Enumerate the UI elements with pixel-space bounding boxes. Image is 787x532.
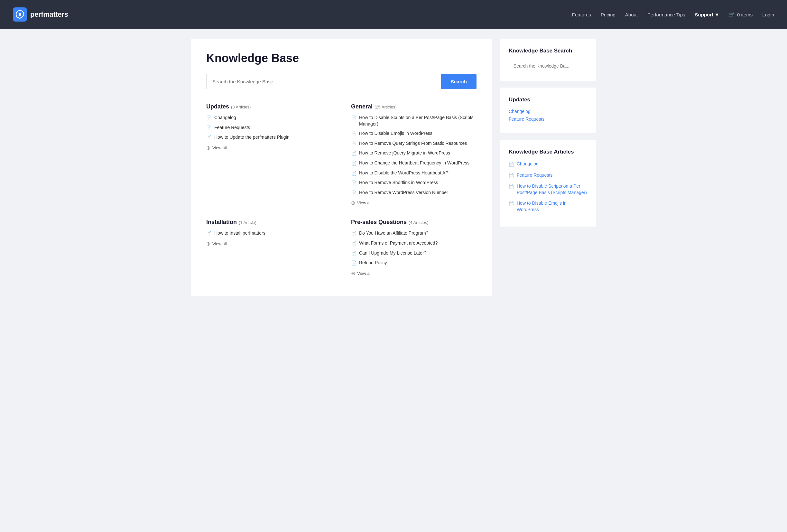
- svg-point-1: [19, 13, 21, 16]
- article-icon: 📄: [351, 141, 357, 147]
- sidebar-article-feature-requests[interactable]: Feature Requests: [517, 172, 552, 178]
- nav-login[interactable]: Login: [762, 12, 774, 17]
- article-icon: 📄: [206, 125, 212, 131]
- general-view-all[interactable]: ⊕ View all: [351, 200, 476, 206]
- category-installation: Installation(1 Article) 📄 How to Install…: [206, 219, 332, 276]
- chevron-down-icon: ▼: [715, 12, 719, 17]
- sidebar-link-feature-requests[interactable]: Feature Requests: [509, 116, 545, 122]
- list-item: 📄 Changelog: [206, 114, 332, 121]
- article-icon: 📄: [351, 230, 357, 237]
- categories-grid: Updates(3 Articles) 📄 Changelog 📄 Featur…: [206, 103, 476, 276]
- list-item: 📄 Can I Upgrade My License Later?: [351, 250, 476, 257]
- sidebar-article-disable-scripts[interactable]: How to Disable Scripts on a Per Post/Pag…: [517, 183, 587, 196]
- category-general: General(25 Articles) 📄 How to Disable Sc…: [351, 103, 476, 206]
- article-icon: 📄: [351, 250, 357, 257]
- sidebar-updates-title: Updates: [509, 97, 587, 103]
- sidebar-article-disable-emojis[interactable]: How to Disable Emojis in WordPress: [517, 200, 587, 213]
- page-wrapper: Knowledge Base Search Updates(3 Articles…: [184, 39, 603, 296]
- list-item: 📄 How to Remove Query Strings From Stati…: [351, 140, 476, 147]
- sidebar-article-item: 📄 How to Disable Scripts on a Per Post/P…: [509, 183, 587, 196]
- category-updates: Updates(3 Articles) 📄 Changelog 📄 Featur…: [206, 103, 332, 206]
- updates-view-all[interactable]: ⊕ View all: [206, 145, 332, 151]
- sidebar-articles-title: Knowledge Base Articles: [509, 149, 587, 155]
- search-bar: Search: [206, 74, 476, 89]
- list-item: 📄 How to Change the Heartbeat Frequency …: [351, 160, 476, 167]
- list-item: 📄 Feature Requests: [206, 125, 332, 131]
- sidebar-article-item: 📄 How to Disable Emojis in WordPress: [509, 200, 587, 213]
- list-item: 📄 How to Remove jQuery Migrate in WordPr…: [351, 150, 476, 157]
- sidebar-article-changelog[interactable]: Changelog: [517, 161, 539, 167]
- logo-icon: [13, 7, 27, 22]
- circle-plus-icon: ⊕: [351, 270, 355, 276]
- nav-cart[interactable]: 🛒 0 items: [729, 12, 752, 17]
- article-icon: 📄: [509, 172, 514, 179]
- cart-count: 0 items: [737, 12, 752, 17]
- article-icon: 📄: [206, 115, 212, 121]
- main-content: Knowledge Base Search Updates(3 Articles…: [191, 39, 492, 296]
- article-icon: 📄: [509, 161, 514, 168]
- article-icon: 📄: [351, 240, 357, 247]
- list-item: 📄 How to Remove WordPress Version Number: [351, 190, 476, 196]
- article-icon: 📄: [351, 190, 357, 196]
- sidebar-articles-card: Knowledge Base Articles 📄 Changelog 📄 Fe…: [500, 140, 596, 227]
- general-article-list: 📄 How to Disable Scripts on a Per Post/P…: [351, 114, 476, 196]
- list-item: 📄 How to Disable the WordPress Heartbeat…: [351, 170, 476, 177]
- search-button[interactable]: Search: [441, 74, 476, 89]
- presales-article-list: 📄 Do You Have an Affiliate Program? 📄 Wh…: [351, 230, 476, 266]
- list-item: Changelog: [509, 109, 587, 114]
- article-icon: 📄: [206, 134, 212, 141]
- updates-article-list: 📄 Changelog 📄 Feature Requests 📄 How to …: [206, 114, 332, 141]
- list-item: Feature Requests: [509, 116, 587, 122]
- category-presales-title: Pre-sales Questions(4 Articles): [351, 219, 476, 226]
- sidebar-search-card: Knowledge Base Search: [500, 39, 596, 81]
- presales-view-all[interactable]: ⊕ View all: [351, 270, 476, 276]
- sidebar-link-changelog[interactable]: Changelog: [509, 109, 531, 114]
- search-input[interactable]: [206, 74, 441, 89]
- list-item: 📄 What Forms of Payment are Accepted?: [351, 240, 476, 247]
- category-general-title: General(25 Articles): [351, 103, 476, 110]
- cart-icon: 🛒: [729, 12, 735, 17]
- list-item: 📄 Do You Have an Affiliate Program?: [351, 230, 476, 237]
- nav-about[interactable]: About: [625, 12, 638, 17]
- article-icon: 📄: [351, 131, 357, 137]
- list-item: 📄 How to Install perfmatters: [206, 230, 332, 237]
- installation-view-all[interactable]: ⊕ View all: [206, 241, 332, 247]
- nav-support[interactable]: Support ▼: [695, 12, 719, 17]
- circle-plus-icon: ⊕: [351, 200, 355, 206]
- header: perfmatters Features Pricing About Perfo…: [0, 0, 787, 29]
- list-item: 📄 How to Disable Emojis in WordPress: [351, 130, 476, 137]
- article-icon: 📄: [351, 260, 357, 267]
- logo-text: perfmatters: [30, 10, 68, 19]
- article-icon: 📄: [351, 150, 357, 157]
- circle-plus-icon: ⊕: [206, 145, 210, 151]
- article-icon: 📄: [351, 170, 357, 177]
- circle-plus-icon: ⊕: [206, 241, 210, 247]
- nav: Features Pricing About Performance Tips …: [572, 12, 774, 17]
- category-installation-title: Installation(1 Article): [206, 219, 332, 226]
- logo-area: perfmatters: [13, 7, 68, 22]
- sidebar-article-item: 📄 Feature Requests: [509, 172, 587, 179]
- category-updates-title: Updates(3 Articles): [206, 103, 332, 110]
- sidebar-updates-card: Updates Changelog Feature Requests: [500, 88, 596, 133]
- list-item: 📄 How to Disable Scripts on a Per Post/P…: [351, 114, 476, 127]
- sidebar-article-item: 📄 Changelog: [509, 161, 587, 168]
- article-icon: 📄: [509, 184, 514, 190]
- nav-pricing[interactable]: Pricing: [601, 12, 616, 17]
- nav-features[interactable]: Features: [572, 12, 591, 17]
- sidebar: Knowledge Base Search Updates Changelog …: [500, 39, 596, 296]
- sidebar-updates-list: Changelog Feature Requests: [509, 109, 587, 122]
- article-icon: 📄: [351, 160, 357, 167]
- nav-performance-tips[interactable]: Performance Tips: [647, 12, 685, 17]
- category-presales: Pre-sales Questions(4 Articles) 📄 Do You…: [351, 219, 476, 276]
- article-icon: 📄: [351, 180, 357, 186]
- article-icon: 📄: [509, 200, 514, 207]
- sidebar-search-title: Knowledge Base Search: [509, 48, 587, 54]
- page-title: Knowledge Base: [206, 51, 476, 65]
- nav-support-label: Support: [695, 12, 714, 17]
- list-item: 📄 How to Remove Shortlink in WordPress: [351, 179, 476, 186]
- article-icon: 📄: [351, 115, 357, 121]
- installation-article-list: 📄 How to Install perfmatters: [206, 230, 332, 237]
- article-icon: 📄: [206, 230, 212, 237]
- sidebar-search-input[interactable]: [509, 60, 587, 72]
- list-item: 📄 How to Update the perfmatters Plugin: [206, 134, 332, 141]
